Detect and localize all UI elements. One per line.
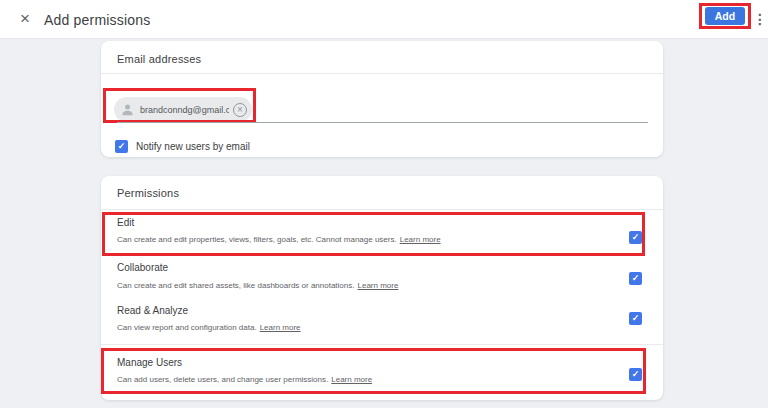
learn-more-link[interactable]: Learn more	[260, 323, 301, 332]
permission-description: Can add users, delete users, and change …	[117, 375, 372, 384]
divider	[101, 73, 663, 74]
permission-description-text: Can create and edit shared assets, like …	[117, 281, 354, 290]
permission-description-text: Can add users, delete users, and change …	[117, 375, 328, 384]
learn-more-link[interactable]: Learn more	[400, 235, 441, 244]
permission-description: Can create and edit shared assets, like …	[117, 281, 398, 290]
permission-description: Can view report and configuration data.L…	[117, 323, 301, 332]
edit-checkbox[interactable]: ✓	[629, 231, 642, 244]
check-icon: ✓	[632, 368, 640, 381]
close-icon[interactable]: ×	[15, 7, 35, 31]
annotation-box-add-button: Add	[699, 3, 751, 29]
chip-remove-icon[interactable]: ×	[233, 103, 247, 117]
email-chip-text: brandconndg@gmail.com	[140, 105, 229, 115]
email-addresses-card: Email addresses brandconndg@gmail.com × …	[101, 41, 663, 157]
permission-description: Can create and edit properties, views, f…	[117, 235, 441, 244]
add-button[interactable]: Add	[705, 7, 745, 25]
kebab-menu-icon[interactable]: ⋮	[753, 10, 765, 30]
check-icon: ✓	[632, 231, 640, 244]
email-input-underline[interactable]	[117, 122, 648, 123]
permission-description-text: Can view report and configuration data.	[117, 323, 257, 332]
permission-name: Edit	[117, 217, 134, 228]
collaborate-checkbox[interactable]: ✓	[629, 272, 642, 285]
check-icon: ✓	[632, 272, 640, 285]
permissions-section-title: Permissions	[117, 187, 179, 199]
divider	[101, 344, 663, 345]
check-icon: ✓	[118, 140, 126, 153]
permission-name: Read & Analyze	[117, 305, 188, 316]
person-icon	[120, 102, 135, 117]
manage-users-checkbox[interactable]: ✓	[629, 368, 642, 381]
add-permissions-dialog: × Add permissions Add ⋮ Email addresses …	[0, 0, 768, 408]
permission-description-text: Can create and edit properties, views, f…	[117, 235, 397, 244]
permission-row-read-analyze: Read & Analyze Can view report and confi…	[101, 303, 663, 345]
dialog-header: × Add permissions Add ⋮	[0, 0, 768, 39]
permission-name: Manage Users	[117, 357, 182, 368]
check-icon: ✓	[632, 312, 640, 325]
learn-more-link[interactable]: Learn more	[357, 281, 398, 290]
permission-row-collaborate: Collaborate Can create and edit shared a…	[101, 260, 663, 302]
permissions-card: Permissions Edit Can create and edit pro…	[101, 176, 663, 400]
email-chip[interactable]: brandconndg@gmail.com ×	[114, 97, 252, 122]
divider	[101, 209, 663, 210]
read-analyze-checkbox[interactable]: ✓	[629, 312, 642, 325]
notify-label: Notify new users by email	[136, 140, 250, 153]
page-title: Add permissions	[44, 12, 151, 28]
email-section-title: Email addresses	[117, 53, 201, 65]
learn-more-link[interactable]: Learn more	[331, 375, 372, 384]
permission-name: Collaborate	[117, 262, 168, 273]
notify-checkbox[interactable]: ✓	[115, 140, 128, 153]
permission-row-manage-users: Manage Users Can add users, delete users…	[101, 348, 663, 394]
permission-row-edit: Edit Can create and edit properties, vie…	[101, 212, 663, 256]
notify-row: ✓ Notify new users by email	[115, 140, 250, 153]
